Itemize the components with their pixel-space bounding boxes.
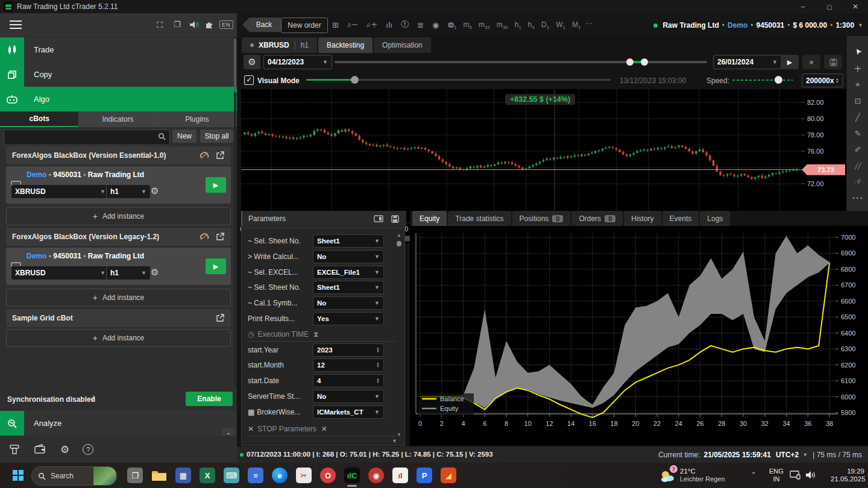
visual-progress-slider[interactable] [306,79,611,81]
minimize-button[interactable]: – [790,0,816,13]
more-tools-icon[interactable]: ••• [847,191,868,205]
share-icon[interactable] [216,151,225,160]
back-button[interactable]: Back [242,17,281,32]
taskbar-app-excel[interactable]: X [195,466,219,485]
param-select[interactable]: No▼ [313,390,384,403]
taskbar-app-matlab[interactable]: ◢ [436,466,461,485]
taskbar-app-calculator[interactable]: ▦ [171,466,195,485]
step-down-icon[interactable]: ▼ [376,381,380,384]
param-stepper[interactable]: 2023▲▼ [313,343,384,357]
taskbar-app-notepad[interactable]: ≡ [244,466,268,485]
taskbar-app-remote[interactable]: ⌨ [219,466,244,485]
tab-backtesting[interactable]: Backtesting [318,37,373,53]
volume-icon[interactable] [805,471,816,480]
sidebar-item-analyze[interactable]: Analyze ⌃ [0,411,237,436]
more-timeframes-button[interactable]: ⋯ [585,19,593,28]
symbol-select[interactable]: XBRUSD▼ [11,184,110,199]
cbot-header[interactable]: ForexAlgos BlackBox (Version Legacy-1.2) [6,228,231,246]
taskbar-app-paintp[interactable]: P [412,466,436,485]
param-select[interactable]: EXCEL_File1▼ [313,266,384,279]
progress-handle-end[interactable] [641,58,648,66]
timeframe-select[interactable]: h1▼ [106,266,151,280]
new-cbot-button[interactable]: New [172,130,197,143]
timeframe-M1[interactable]: M1 [572,20,580,30]
add-instance-button[interactable]: +Add instance [6,207,231,225]
instance-gear-icon[interactable]: ⚙ [151,267,159,278]
tray-expand-chevron[interactable]: ⌃ [751,471,756,478]
visual-mode-checkbox[interactable]: ✓ [244,75,254,85]
taskbar-app-icmarkets[interactable]: ılC [340,466,364,485]
trendline-icon[interactable]: ╱ [847,110,868,124]
tick-chart-icon[interactable]: ılı [386,20,392,30]
taskbar-app-stats[interactable]: ıl [388,466,412,485]
chart-layout-icon[interactable]: ⊞ [332,20,339,30]
settings-gear-icon[interactable]: ⚙ [60,443,69,455]
backtest-progress-slider[interactable] [335,61,707,63]
taskbar-app-taskview[interactable]: ❐ [123,466,147,485]
taskbar-app-edge[interactable]: e [268,466,292,485]
parameters-scrollbar[interactable]: ▲ ▼ [397,233,401,437]
timeframe-select[interactable]: h1▼ [106,184,151,199]
taskbar-app-opera[interactable]: O [316,466,340,485]
fibonacci-icon[interactable]: ∷F [847,175,868,189]
taskbar-app-snipping[interactable]: ✂ [292,466,316,485]
tab-history[interactable]: History [624,211,661,226]
plugins-puzzle-icon[interactable] [205,20,215,30]
indicator-f-icon[interactable]: ⓕ [401,19,409,30]
add-instance-button[interactable]: +Add instance [6,329,231,347]
tab-symbol[interactable]: XBRUSD h1 [242,37,317,53]
save-backtest-button[interactable] [824,55,842,69]
add-instance-button[interactable]: +Add instance [6,289,231,307]
magnet-icon[interactable]: ⊡ [847,93,868,108]
start-cbot-button[interactable]: ▶ [206,177,226,193]
crosshair-icon[interactable]: + [847,61,868,75]
tab-positions[interactable]: Positions0 [512,211,571,226]
param-select[interactable]: No▼ [313,250,384,263]
sidebar-item-copy[interactable]: Copy [0,62,237,87]
timeframe-m1[interactable]: m1 [448,20,456,30]
taskbar-search[interactable]: Search [31,466,117,486]
tab-cbots[interactable]: cBots [0,111,78,127]
param-select[interactable]: ICMarkets_CT▼ [313,405,384,419]
wallet-icon[interactable] [34,443,47,455]
maximize-button[interactable]: ▢ [816,0,843,13]
share-icon[interactable] [216,233,225,241]
param-stepper[interactable]: 4▲▼ [313,374,384,387]
timeframe-D1[interactable]: D1 [541,20,549,30]
sound-icon[interactable] [189,20,200,29]
start-button[interactable] [12,469,24,481]
eye-icon[interactable]: ◉ [432,20,439,30]
weather-widget[interactable]: 7 21°C Leichter Regen [658,465,725,486]
clock-widget[interactable]: 19:2921.05.2025 [831,468,864,483]
sidebar-item-trade[interactable]: Trade [0,37,237,62]
step-down-icon[interactable]: ▼ [376,365,380,368]
cloud-off-icon[interactable] [200,151,210,160]
visual-progress-handle[interactable] [351,76,359,84]
speed-slider[interactable] [732,80,793,81]
channel-icon[interactable]: ╱╱ [847,158,868,173]
pen-icon[interactable]: ✎ [847,126,868,140]
sidebar-scrollbar[interactable] [234,37,236,387]
zoom-out-icon[interactable]: ⌕− [347,20,358,30]
timeframe-W1[interactable]: W1 [556,20,565,30]
symbol-select[interactable]: XBRUSD▼ [11,266,110,280]
cbot-instance-card[interactable]: Demo • 9450031 • Raw Trading LtdXBRUSD▼h… [6,166,231,204]
timeframe-h1[interactable]: h1 [515,20,521,30]
cloud-off-icon[interactable] [200,233,210,241]
close-button[interactable]: ✕ [843,0,868,13]
tab-trade-statistics[interactable]: Trade statistics [448,211,511,226]
hamburger-menu-icon[interactable] [10,20,22,29]
cbots-search-input[interactable] [4,130,170,145]
param-select[interactable]: No▼ [313,296,384,310]
taskbar-app-explorer[interactable] [147,466,171,485]
workspace-icon[interactable]: ❐ [174,20,181,29]
instance-gear-icon[interactable]: ⚙ [151,186,159,196]
cbot-header[interactable]: Sample Grid cBot [6,309,231,327]
play-backtest-button[interactable]: ▶ [781,55,799,69]
tab-optimisation[interactable]: Optimisation [374,37,431,53]
param-select[interactable]: Sheet1▼ [313,281,384,294]
param-select[interactable]: Yes▼ [313,312,384,325]
new-order-button[interactable]: New order [281,17,328,33]
crosshair-candle-icon[interactable]: ⌖ [847,77,868,92]
fullscreen-icon[interactable]: ⛶ [157,20,163,30]
